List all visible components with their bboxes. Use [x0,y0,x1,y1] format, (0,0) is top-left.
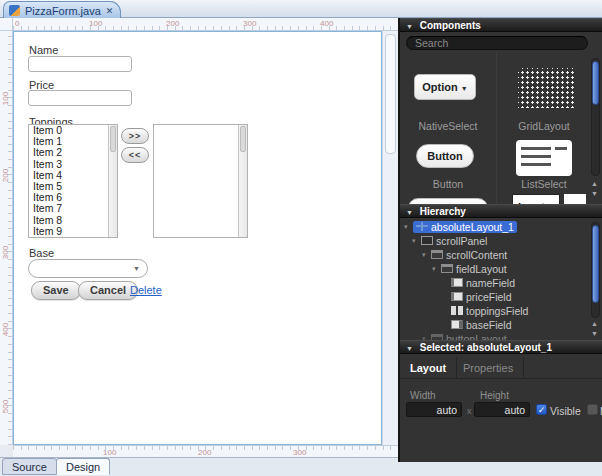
tab-design[interactable]: Design [56,458,110,475]
list-scrollbar[interactable] [238,125,247,237]
collapse-triangle-icon[interactable]: ▼ [406,345,413,352]
ruler-number: 100 [103,448,116,457]
price-field[interactable] [28,90,132,106]
save-button[interactable]: Save [31,281,81,300]
tree-node-pricefield[interactable]: priceField [451,290,512,303]
tree-node-fieldlayout[interactable]: ▾ fieldLayout [432,262,507,275]
selected-tabs: Layout Properties [400,357,602,379]
list-item[interactable]: Item 9 [29,226,108,237]
tab-properties[interactable]: Properties [453,357,524,379]
textfield-icon [451,278,463,287]
chevron-down-icon: ▼ [461,85,468,92]
combobox-icon [451,320,463,329]
palette-button[interactable]: Button [416,144,474,168]
ruler-bottom: 100 200 300 [13,445,398,457]
tree-node-basefield[interactable]: baseField [451,318,512,331]
height-input[interactable] [474,402,530,417]
move-right-button[interactable]: >> [121,128,149,144]
design-canvas[interactable]: Name Price Toppings Item 0 Item 1 Item 2… [13,31,382,445]
editor-tab-bar: PizzaForm.java ✕ [0,0,602,18]
hierarchy-tree: ▾ absoluteLayout_1 ▾ scrollPanel ▾ scrol… [400,218,592,340]
palette-label-nativeselect: NativeSelect [400,120,496,132]
close-icon[interactable]: ✕ [106,6,114,16]
ruler-left: 100 200 300 400 500 [0,31,13,445]
tree-node-scrollpanel[interactable]: ▾ scrollPanel [412,234,487,247]
right-panel: ▼ Components Option▼ NativeSelect GridLa… [398,18,602,462]
tab-title: PizzaForm.java [25,5,101,17]
palette-nativeselect[interactable]: Option▼ [414,74,476,100]
textfield-icon [451,292,463,301]
twincolselect-icon [451,306,463,315]
name-label: Name [29,44,58,56]
width-label: Width [410,390,436,401]
expander-icon[interactable]: ▾ [404,223,413,231]
expander-icon[interactable]: ▾ [422,251,431,259]
scroll-up-icon[interactable]: ▲ [590,320,599,327]
components-palette: Option▼ NativeSelect GridLayout Button B… [400,52,592,204]
palette-label-gridlayout: GridLayout [496,120,592,132]
name-field[interactable] [28,56,132,72]
list-scrollbar[interactable] [108,125,117,237]
scroll-down-icon[interactable]: ▼ [590,330,599,337]
hierarchy-header[interactable]: ▼ Hierarchy [400,204,602,218]
scroll-down-icon[interactable]: ▼ [590,190,599,197]
move-left-button[interactable]: << [121,147,149,163]
expander-icon[interactable]: ▾ [412,237,421,245]
tab-source[interactable]: Source [2,458,57,475]
selected-header[interactable]: ▼ Selected: absoluteLayout_1 [400,340,602,354]
components-header[interactable]: ▼ Components [400,18,602,32]
visible-checkbox[interactable]: ✓ [536,404,547,415]
absolutelayout-icon [416,222,428,231]
list-item[interactable]: Item 2 [29,147,108,158]
collapse-triangle-icon[interactable]: ▼ [406,23,413,30]
ruler-number: 200 [198,448,211,457]
selected-title: Selected: absoluteLayout_1 [420,342,552,353]
canvas-scrollbar[interactable] [382,31,398,445]
ruler-top: 0 100 200 300 400 [13,18,398,31]
base-combobox[interactable]: ▼ [28,259,148,278]
palette-label-button: Button [400,178,496,190]
java-file-icon [9,5,20,16]
visible-label: Visible [550,405,581,417]
expander-icon[interactable]: ▾ [432,265,441,273]
tab-pizzaform-java[interactable]: PizzaForm.java ✕ [3,1,121,18]
margin-checkbox[interactable] [587,404,598,415]
panel-icon [421,236,433,245]
base-label: Base [29,247,54,259]
tab-layout[interactable]: Layout [400,357,457,379]
list-item[interactable]: Item 7 [29,203,108,214]
gridlayout-icon[interactable] [518,68,574,108]
search-input[interactable] [406,36,588,50]
chevron-down-icon: ▼ [564,194,586,204]
chevron-down-icon[interactable]: ▼ [133,265,140,272]
tree-node-toppingsfield[interactable]: toppingsField [451,304,528,317]
tree-node-absolutelayout-1[interactable]: ▾ absoluteLayout_1 [404,220,517,233]
palette-label-listselect: ListSelect [496,178,592,190]
ruler-number: 300 [293,448,306,457]
layout-icon [431,250,443,259]
tree-node-scrollcontent[interactable]: ▾ scrollContent [422,248,507,261]
dimension-separator: x [467,406,472,416]
components-scrollbar[interactable] [591,58,600,176]
tree-node-namefield[interactable]: nameField [451,276,515,289]
tree-node-buttonlayout[interactable]: ▾ buttonLayout [422,332,507,340]
listselect-icon[interactable] [516,140,572,176]
hierarchy-scrollbar[interactable] [591,222,600,318]
width-input[interactable] [406,402,462,417]
delete-link[interactable]: Delete [130,284,162,296]
toppings-target-list[interactable] [153,124,248,238]
height-label: Height [480,390,509,401]
ruler-corner [0,18,13,31]
palette-combobox[interactable]: Input ▼ [512,194,586,204]
layout-icon [441,264,453,273]
scroll-up-icon[interactable]: ▲ [590,180,599,187]
collapse-triangle-icon[interactable]: ▼ [406,209,413,216]
toppings-source-list[interactable]: Item 0 Item 1 Item 2 Item 3 Item 4 Item … [28,124,118,238]
